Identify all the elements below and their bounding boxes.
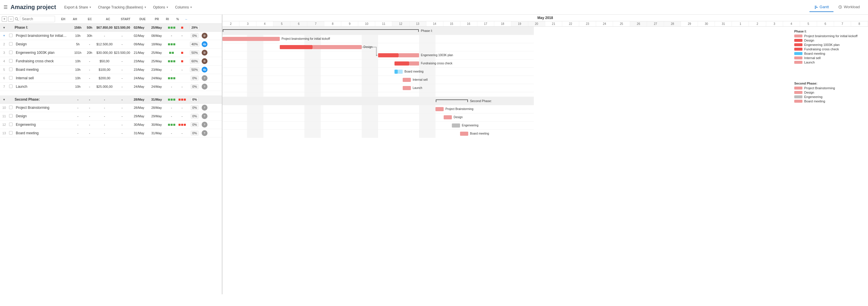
gantt-icon [814, 5, 818, 9]
legend-item: Board meeting [794, 52, 866, 55]
gantt-days-row: 2345678910111213141516171819202122232425… [222, 21, 868, 26]
phase-row-2: ▼ Second Phase: - - - - 28/May 31/May [0, 96, 222, 103]
task-checkbox[interactable] [9, 131, 12, 134]
view-tabs: Gantt Workload [809, 2, 865, 12]
task-due: 18/May [148, 41, 165, 47]
svg-point-4 [15, 18, 18, 20]
col-ac: AC [99, 18, 117, 21]
task-eh: 10h [72, 58, 84, 64]
svg-rect-0 [815, 6, 816, 6]
task-ri: - [177, 67, 187, 72]
svg-rect-41 [409, 61, 419, 65]
task-checkbox[interactable] [9, 59, 12, 63]
task-ri [177, 51, 187, 55]
task-ah: 30h [84, 33, 95, 39]
task-pr [166, 76, 177, 81]
task-avatar: ? [201, 74, 207, 82]
search-input[interactable] [20, 16, 55, 22]
expand-button[interactable]: − [8, 17, 13, 22]
legend-item: Project Brainstorming [794, 86, 866, 90]
add-subtask-icon[interactable]: + [3, 34, 5, 38]
main-container: + − EH AH EC AC START DUE PR RI % ← [0, 14, 868, 294]
legend-item: Internal sell [794, 56, 866, 60]
gantt-day-24: 24 [596, 21, 613, 26]
task-checkbox[interactable] [9, 114, 12, 118]
task-name: Design [13, 41, 72, 48]
phase1-collapse-icon[interactable]: ▼ [3, 26, 6, 29]
gantt-panel[interactable]: May 2018 2345678910111213141516171819202… [222, 14, 868, 294]
app-header: ☰ Amazing project Export & Share ▼ Chang… [0, 0, 868, 14]
task-checkbox[interactable] [9, 123, 12, 126]
options-button[interactable]: Options ▼ [151, 4, 171, 10]
phase2-ri [177, 97, 187, 102]
task-num: 5 [0, 67, 8, 72]
legend-bar-icon [794, 95, 802, 98]
task-row: + Project brainstorming for initial… 10h… [0, 32, 222, 40]
svg-text:Phase I:: Phase I: [421, 29, 433, 32]
task-pr [166, 59, 177, 63]
svg-text:Launch: Launch [413, 86, 422, 90]
svg-rect-15 [222, 27, 534, 35]
task-checkbox[interactable] [9, 105, 12, 109]
menu-icon[interactable]: ☰ [3, 4, 8, 10]
avatar-icon: dp [202, 67, 208, 72]
gantt-day-6: 6 [290, 21, 307, 26]
task-avatar: D [201, 57, 207, 65]
task-checkbox[interactable] [9, 68, 12, 71]
gantt-day-17: 17 [477, 21, 494, 26]
task-ri: - [177, 32, 187, 39]
task-due: 24/May [148, 75, 165, 81]
task-ah: - [84, 58, 95, 64]
col-ah: AH [69, 18, 81, 21]
legend-item: Launch [794, 61, 866, 64]
task-row: 12 Engeneering - - - - 30/May 30/May [0, 121, 222, 129]
task-avatar: D [201, 32, 207, 40]
gantt-day-2: 2 [222, 21, 239, 26]
svg-rect-9 [313, 27, 321, 138]
col-back[interactable]: ← [183, 18, 190, 21]
tab-workload[interactable]: Workload [834, 2, 865, 12]
tab-gantt[interactable]: Gantt [809, 2, 834, 12]
gantt-day-16: 16 [460, 21, 477, 26]
pr-dot-2 [170, 27, 173, 29]
task-ec: $12.500,00 [95, 41, 114, 47]
task-checkbox[interactable] [9, 34, 12, 37]
task-checkbox[interactable] [9, 85, 12, 88]
gantt-day-4: 4 [256, 21, 273, 26]
phase1-eh: 156h [72, 24, 84, 31]
task-row: 3 Engeneering 1003K plan 101h 20h $30.00… [0, 49, 222, 57]
task-num: 6 [0, 75, 8, 81]
phase2-name: Second Phase: [13, 96, 72, 103]
task-checkbox[interactable] [9, 76, 12, 80]
task-row: 11 Design - - - - 29/May 29/May - - 0% ? [0, 112, 222, 121]
task-checkbox[interactable] [9, 51, 12, 54]
gantt-day-20: 20 [528, 21, 545, 26]
task-due: 25/May [148, 50, 165, 56]
task-row: 4 Fundraising cross check 10h - $50,00 -… [0, 57, 222, 65]
avatar-icon: D [202, 33, 208, 39]
col-ri: RI [163, 18, 172, 21]
task-pct: 50% [189, 66, 200, 73]
svg-text:Second Phase:: Second Phase: [470, 99, 492, 103]
avatar-icon: ? [202, 122, 208, 127]
task-eh: 10h [72, 67, 84, 72]
export-share-button[interactable]: Export & Share ▼ [62, 4, 94, 10]
task-eh: 101h [72, 50, 84, 56]
legend-item: Engeneering [794, 95, 866, 99]
task-avatar: dp [201, 65, 207, 74]
svg-rect-31 [222, 37, 280, 41]
legend-item: Engeneering 1003K plan [794, 43, 866, 47]
task-ri [177, 59, 187, 63]
change-tracking-button[interactable]: Change Tracking (Baselines) ▼ [96, 4, 149, 10]
avatar-icon: dp [202, 41, 208, 47]
columns-button[interactable]: Columns ▼ [173, 4, 195, 10]
add-row-button[interactable]: + [2, 17, 7, 22]
task-checkbox[interactable] [9, 42, 12, 45]
phase2-collapse-icon[interactable]: ▼ [3, 98, 6, 101]
gantt-day-11: 11 [375, 21, 392, 26]
legend-bar-icon [794, 91, 802, 94]
task-ac: - [113, 67, 131, 72]
task-ah: - [84, 75, 95, 81]
gantt-body: Phase I:Project brainstorming for initia… [222, 27, 868, 138]
gantt-day-5: 5 [273, 21, 290, 26]
